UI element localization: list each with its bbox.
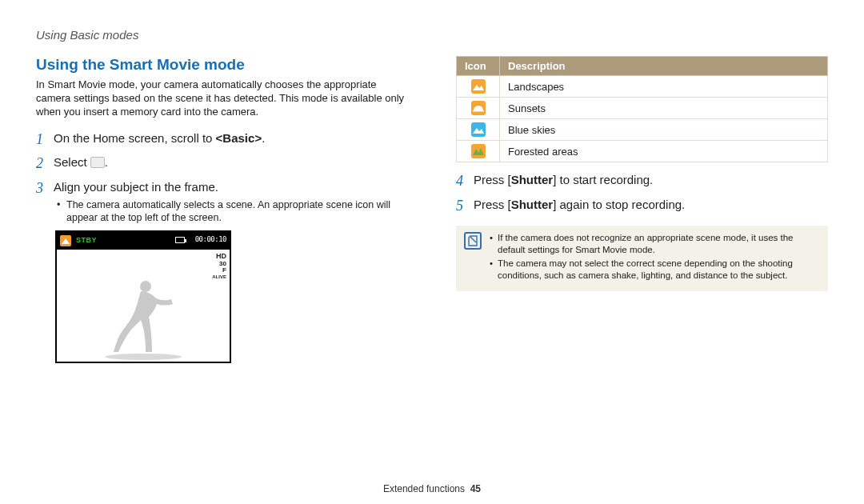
step-text-post: . [262,131,265,145]
blue-skies-icon [471,122,486,137]
skater-silhouette-icon [99,272,187,360]
table-head-icon: Icon [457,57,500,76]
step-number: 2 [36,154,54,173]
step-text-bold: Shutter [511,198,554,211]
step-text-pre: Select [54,155,90,169]
step-subitem: The camera automatically selects a scene… [57,198,408,225]
step-text-pre: Press [ [474,198,511,211]
desc-cell: Sunsets [500,98,828,119]
step-2: 2 Select . [36,154,408,173]
desc-cell: Blue skies [500,119,828,141]
step-text: Select . [54,154,108,173]
step-1: 1 On the Home screen, scroll to <Basic>. [36,130,408,149]
step-text: On the Home screen, scroll to <Basic>. [54,130,265,149]
note-list: If the camera does not recognize an appr… [490,232,820,283]
table-row: Forested areas [457,141,828,162]
hd-sub: ALIVE [212,274,226,279]
two-column-layout: Using the Smart Movie mode In Smart Movi… [36,56,828,363]
note-item: If the camera does not recognize an appr… [490,232,820,256]
table-head-description: Description [500,57,828,76]
intro-paragraph: In Smart Movie mode, your camera automat… [36,78,408,119]
battery-icon [175,237,185,243]
desc-cell: Landscapes [500,76,828,98]
step-sublist: The camera automatically selects a scene… [57,198,408,225]
svg-point-0 [105,354,182,360]
step-text-post: ] again to stop recording. [553,198,685,211]
icon-cell [457,141,500,162]
breadcrumb: Using Basic modes [36,28,828,42]
right-column: Icon Description Landscapes [456,56,828,363]
preview-stage: HD 30 F ALIVE [57,250,230,362]
step-list-left: 1 On the Home screen, scroll to <Basic>.… [36,130,408,225]
step-text: Press [Shutter] again to stop recording. [474,197,685,215]
step-text-pre: On the Home screen, scroll to [54,131,216,145]
step-text-main: Align your subject in the frame. [54,180,218,194]
step-number: 4 [456,172,474,190]
icon-cell [457,76,500,98]
svg-rect-2 [473,110,484,112]
note-item: The camera may not select the correct sc… [490,258,820,282]
note-box: If the camera does not recognize an appr… [456,226,828,291]
desc-cell: Forested areas [500,141,828,162]
scene-icon-table: Icon Description Landscapes [456,56,828,162]
step-text: Align your subject in the frame. The cam… [54,179,408,225]
note-icon [464,232,482,250]
record-time: 00:00:10 [195,235,226,243]
manual-page: Using Basic modes Using the Smart Movie … [0,0,864,504]
step-number: 5 [456,197,474,215]
step-number: 1 [36,130,54,149]
left-column: Using the Smart Movie mode In Smart Movi… [36,56,408,363]
step-text-post: . [105,155,108,169]
forested-icon [471,144,486,158]
step-number: 3 [36,179,54,225]
step-3: 3 Align your subject in the frame. The c… [36,179,408,225]
sunsets-icon [471,101,486,115]
table-row: Landscapes [457,76,828,98]
svg-point-1 [140,281,151,292]
preview-top-bar: STBY 00:00:10 [57,232,230,250]
mode-select-icon [90,157,105,168]
camera-preview-illustration: STBY 00:00:10 HD 30 F ALIVE [55,230,231,363]
section-heading: Using the Smart Movie mode [36,56,408,74]
landscapes-icon [471,79,486,94]
page-number: 45 [470,483,481,494]
step-5: 5 Press [Shutter] again to stop recordin… [456,197,828,215]
table-row: Blue skies [457,119,828,141]
step-4: 4 Press [Shutter] to start recording. [456,172,828,190]
step-text-bold: <Basic> [216,131,262,145]
icon-cell [457,98,500,119]
hd-sub: F [212,267,226,274]
step-text: Press [Shutter] to start recording. [474,172,653,190]
table-row: Sunsets [457,98,828,119]
step-text-pre: Press [ [474,173,511,186]
icon-cell [457,119,500,141]
step-text-bold: Shutter [511,173,554,186]
step-list-right: 4 Press [Shutter] to start recording. 5 … [456,172,828,214]
hd-indicator: HD 30 F ALIVE [212,253,226,279]
step-text-post: ] to start recording. [553,173,653,186]
standby-label: STBY [76,236,97,244]
footer-section-label: Extended functions [383,483,465,494]
scene-icon-glyph [62,238,70,244]
page-footer: Extended functions 45 [0,483,864,494]
